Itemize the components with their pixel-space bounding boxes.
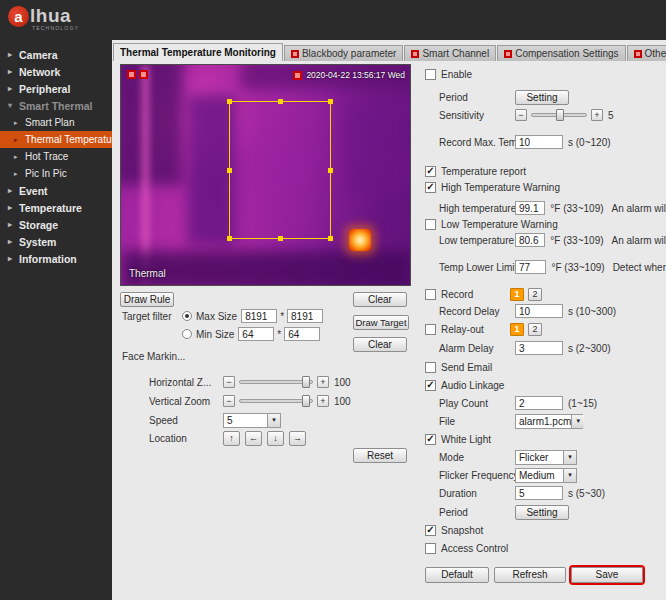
draw-rule-button[interactable]: Draw Rule [120, 292, 174, 307]
horizontal-zoom-row: Horizontal Z... − + 100 [120, 374, 420, 390]
min-width-input[interactable]: 64 [238, 327, 274, 341]
high-temp-input[interactable]: 99.1 [515, 201, 545, 215]
move-down-button[interactable]: ↓ [267, 431, 284, 446]
logo-text: lhua [30, 5, 71, 27]
reset-button[interactable]: Reset [353, 448, 407, 463]
rule-handle[interactable] [227, 168, 232, 173]
move-left-button[interactable]: ← [245, 431, 262, 446]
sidebar-item-information[interactable]: ▸Information [0, 250, 112, 267]
high-temp-note: An alarm wil [612, 203, 666, 214]
refresh-button[interactable]: Refresh [494, 567, 566, 583]
thermal-video-preview[interactable]: 2020-04-22 13:56:17 Wed Thermal [120, 64, 411, 286]
temperature-report-label: Temperature report [441, 166, 526, 177]
alarm-flag-icon [291, 50, 299, 58]
period-setting-button[interactable]: Setting [515, 90, 569, 105]
plus-button[interactable]: + [591, 109, 603, 121]
minus-button[interactable]: − [223, 395, 235, 407]
record-delay-input[interactable]: 10 [515, 304, 563, 318]
low-temp-warning-checkbox[interactable] [425, 219, 436, 230]
detection-rule-rectangle[interactable] [229, 101, 331, 239]
record-channel-2-button[interactable]: 2 [528, 288, 542, 301]
file-select[interactable]: alarm1.pcm▾ [515, 414, 583, 429]
rule-handle[interactable] [328, 236, 333, 241]
record-max-temp-input[interactable]: 10 [515, 135, 563, 149]
rule-handle[interactable] [227, 236, 232, 241]
minus-button[interactable]: − [515, 109, 527, 121]
sidebar-item-smart-thermal[interactable]: ▾Smart Thermal [0, 97, 112, 114]
rule-handle[interactable] [227, 99, 232, 104]
slider-handle[interactable] [302, 395, 310, 407]
child-arrow-icon: ▸ [14, 170, 22, 178]
snapshot-checkbox[interactable]: ✓ [425, 525, 436, 536]
access-control-checkbox[interactable] [425, 543, 436, 554]
alarm-delay-unit: s (2~300) [568, 343, 611, 354]
rule-handle[interactable] [328, 168, 333, 173]
save-button[interactable]: Save [571, 567, 643, 583]
flicker-frequency-select[interactable]: Medium▾ [515, 468, 577, 483]
tab-thermal-temperature-monitoring[interactable]: Thermal Temperature Monitoring [113, 43, 283, 61]
min-size-radio[interactable] [182, 329, 192, 339]
rule-handle[interactable] [278, 236, 283, 241]
temperature-report-checkbox[interactable]: ✓ [425, 166, 436, 177]
location-label: Location [149, 433, 223, 444]
osd-timestamp: 2020-04-22 13:56:17 Wed [306, 70, 405, 80]
temp-lower-limit-note: Detect wher [613, 262, 666, 273]
white-light-checkbox[interactable]: ✓ [425, 434, 436, 445]
low-temp-input[interactable]: 80.6 [515, 233, 545, 247]
multiply-sign: * [277, 329, 281, 340]
sidebar-item-pic-in-pic[interactable]: ▸Pic In Pic [0, 165, 112, 182]
slider-handle[interactable] [556, 109, 564, 121]
slider-handle[interactable] [302, 376, 310, 388]
sidebar-item-hot-trace[interactable]: ▸Hot Trace [0, 148, 112, 165]
sidebar-item-storage[interactable]: ▸Storage [0, 216, 112, 233]
sidebar-item-network[interactable]: ▸Network [0, 63, 112, 80]
temp-lower-limit-input[interactable]: 77 [515, 260, 546, 274]
sidebar-item-system[interactable]: ▸System [0, 233, 112, 250]
max-width-input[interactable]: 8191 [241, 309, 277, 323]
low-temp-warning-label: Low Temperature Warning [441, 219, 558, 230]
default-button[interactable]: Default [425, 567, 489, 583]
mode-select[interactable]: Flicker▾ [515, 450, 577, 465]
record-checkbox[interactable] [425, 289, 436, 300]
slider-track[interactable] [239, 399, 313, 403]
sidebar-item-peripheral[interactable]: ▸Peripheral [0, 80, 112, 97]
relay-channel-1-button[interactable]: 1 [510, 323, 524, 336]
duration-input[interactable]: 5 [515, 486, 563, 500]
plus-button[interactable]: + [317, 395, 329, 407]
expand-arrow-icon: ▸ [8, 50, 16, 59]
move-up-button[interactable]: ↑ [223, 431, 240, 446]
move-right-button[interactable]: → [289, 431, 306, 446]
max-size-radio[interactable] [182, 311, 192, 321]
vertical-zoom-value: 100 [334, 396, 351, 407]
min-height-input[interactable]: 64 [284, 327, 320, 341]
high-temp-warning-checkbox[interactable]: ✓ [425, 182, 436, 193]
clear-rule-button[interactable]: Clear [353, 292, 407, 307]
audio-linkage-checkbox[interactable]: ✓ [425, 380, 436, 391]
max-height-input[interactable]: 8191 [287, 309, 323, 323]
sidebar-item-label: Smart Thermal [19, 100, 93, 112]
play-count-input[interactable]: 2 [515, 396, 563, 410]
sidebar-item-temperature[interactable]: ▸Temperature [0, 199, 112, 216]
period2-setting-button[interactable]: Setting [515, 505, 569, 520]
minus-button[interactable]: − [223, 376, 235, 388]
plus-button[interactable]: + [317, 376, 329, 388]
file-label: File [425, 416, 515, 427]
rule-handle[interactable] [278, 99, 283, 104]
send-email-checkbox[interactable] [425, 362, 436, 373]
sidebar-item-smart-plan[interactable]: ▸Smart Plan [0, 114, 112, 131]
sidebar-item-camera[interactable]: ▸Camera [0, 46, 112, 63]
enable-checkbox[interactable] [425, 69, 436, 80]
record-icon [127, 70, 136, 79]
rule-handle[interactable] [328, 99, 333, 104]
speed-select[interactable]: 5▾ [223, 413, 281, 428]
relay-channel-2-button[interactable]: 2 [528, 323, 542, 336]
slider-track[interactable] [239, 380, 313, 384]
alarm-delay-input[interactable]: 3 [515, 341, 563, 355]
relay-out-checkbox[interactable] [425, 324, 436, 335]
play-count-unit: (1~15) [568, 398, 597, 409]
tab-blackbody-parameter[interactable]: Blackbody parameter [284, 45, 404, 61]
sidebar-item-thermal-temperature[interactable]: ▸Thermal Temperature... [0, 131, 112, 148]
slider-track[interactable] [531, 113, 587, 117]
record-channel-1-button[interactable]: 1 [510, 288, 524, 301]
sidebar-item-event[interactable]: ▸Event [0, 182, 112, 199]
